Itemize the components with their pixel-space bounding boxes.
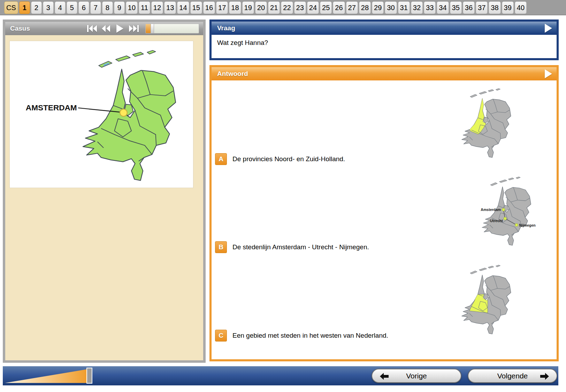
- tab-19[interactable]: 19: [242, 1, 254, 14]
- tab-9[interactable]: 9: [114, 1, 125, 14]
- option-c-map: [451, 262, 516, 336]
- rewind-icon[interactable]: [101, 24, 111, 33]
- answer-c-row[interactable]: C Een gebied met steden in het westen va…: [215, 330, 388, 342]
- previous-button-label: Vorige: [406, 372, 427, 380]
- progress-handle[interactable]: [86, 368, 92, 384]
- answer-a-row[interactable]: A De provincies Noord- en Zuid-Holland.: [215, 153, 345, 165]
- play-icon[interactable]: [115, 24, 125, 33]
- casus-map-card: AMSTERDAM: [9, 41, 193, 188]
- tab-6[interactable]: 6: [78, 1, 89, 14]
- answer-b-badge[interactable]: B: [215, 241, 227, 253]
- tab-34[interactable]: 34: [437, 1, 449, 14]
- tab-1[interactable]: 1: [19, 1, 30, 14]
- tab-3[interactable]: 3: [43, 1, 54, 14]
- tab-40[interactable]: 40: [515, 1, 527, 14]
- tab-16[interactable]: 16: [203, 1, 215, 14]
- vraag-header: Vraag: [212, 22, 557, 35]
- amsterdam-label: AMSTERDAM: [26, 103, 77, 112]
- application-window: CS12345678910111213141516171819202122232…: [0, 0, 566, 392]
- nijmegen-dot: [515, 224, 518, 226]
- tab-36[interactable]: 36: [463, 1, 475, 14]
- tab-bar: CS12345678910111213141516171819202122232…: [0, 0, 566, 15]
- answer-option-a: A De provincies Noord- en Zuid-Holland.: [212, 86, 557, 165]
- answer-option-c: C Een gebied met steden in het westen va…: [212, 262, 557, 342]
- answer-option-b: Amsterdam Utrecht Nijmegen B De stedenli…: [212, 174, 557, 253]
- amsterdam-dot: [120, 109, 127, 116]
- next-button[interactable]: Volgende: [468, 369, 557, 383]
- tab-10[interactable]: 10: [126, 1, 138, 14]
- amsterdam-dot: [502, 208, 505, 211]
- tab-20[interactable]: 20: [255, 1, 267, 14]
- utrecht-city-label: Utrecht: [490, 219, 503, 223]
- tab-28[interactable]: 28: [359, 1, 371, 14]
- tab-cs[interactable]: CS: [4, 1, 18, 14]
- tab-2[interactable]: 2: [31, 1, 42, 14]
- casus-header: Casus: [5, 22, 203, 35]
- option-a-map: [451, 86, 516, 159]
- tab-25[interactable]: 25: [320, 1, 332, 14]
- answer-c-text[interactable]: Een gebied met steden in het westen van …: [232, 332, 388, 339]
- antwoord-play-icon[interactable]: [544, 69, 552, 79]
- tab-8[interactable]: 8: [102, 1, 113, 14]
- vraag-panel: Vraag Wat zegt Hanna?: [209, 19, 559, 60]
- answer-a-badge[interactable]: A: [215, 153, 227, 165]
- tab-24[interactable]: 24: [307, 1, 319, 14]
- tab-38[interactable]: 38: [489, 1, 500, 14]
- seek-handle-icon[interactable]: [151, 24, 154, 33]
- vraag-play-icon[interactable]: [544, 23, 552, 33]
- bottom-navigation-bar: Vorige Volgende: [3, 366, 558, 385]
- arrow-left-icon: [380, 373, 389, 380]
- tab-18[interactable]: 18: [229, 1, 241, 14]
- skip-end-icon[interactable]: [129, 24, 139, 33]
- vraag-title: Vraag: [217, 24, 235, 32]
- answer-c-badge[interactable]: C: [215, 330, 227, 342]
- antwoord-body: A De provincies Noord- en Zuid-Holland. …: [212, 80, 557, 359]
- utrecht-dot: [504, 217, 506, 220]
- previous-button[interactable]: Vorige: [372, 369, 461, 383]
- tab-31[interactable]: 31: [398, 1, 410, 14]
- tab-5[interactable]: 5: [67, 1, 77, 14]
- next-button-label: Volgende: [497, 372, 528, 380]
- tab-29[interactable]: 29: [372, 1, 384, 14]
- tab-13[interactable]: 13: [164, 1, 176, 14]
- tab-11[interactable]: 11: [139, 1, 150, 14]
- tab-32[interactable]: 32: [411, 1, 423, 14]
- casus-title: Casus: [10, 25, 30, 32]
- tab-21[interactable]: 21: [268, 1, 280, 14]
- antwoord-title: Antwoord: [217, 70, 248, 78]
- tab-23[interactable]: 23: [294, 1, 306, 14]
- amsterdam-city-label: Amsterdam: [481, 207, 501, 212]
- antwoord-header: Antwoord: [212, 67, 557, 80]
- media-controls: [87, 24, 200, 33]
- tab-15[interactable]: 15: [190, 1, 202, 14]
- antwoord-panel: Antwoord A De provincies Noord- en Zu: [209, 65, 559, 361]
- question-text: Wat zegt Hanna?: [212, 35, 557, 51]
- casus-seek-bar[interactable]: [145, 24, 199, 33]
- tab-17[interactable]: 17: [216, 1, 228, 14]
- option-b-map: Amsterdam Utrecht Nijmegen: [457, 174, 536, 248]
- tab-4[interactable]: 4: [55, 1, 66, 14]
- tab-22[interactable]: 22: [281, 1, 293, 14]
- tab-26[interactable]: 26: [333, 1, 345, 14]
- tab-7[interactable]: 7: [90, 1, 101, 14]
- tab-27[interactable]: 27: [346, 1, 358, 14]
- casus-panel: Casus: [3, 19, 206, 363]
- arrow-right-icon: [540, 373, 549, 380]
- tab-37[interactable]: 37: [476, 1, 488, 14]
- answer-b-row[interactable]: B De stedenlijn Amsterdam - Utrecht - Ni…: [215, 241, 369, 253]
- answer-b-text[interactable]: De stedenlijn Amsterdam - Utrecht - Nijm…: [232, 243, 369, 251]
- tab-12[interactable]: 12: [151, 1, 163, 14]
- tab-14[interactable]: 14: [177, 1, 189, 14]
- tab-35[interactable]: 35: [450, 1, 462, 14]
- answer-a-text[interactable]: De provincies Noord- en Zuid-Holland.: [232, 155, 345, 163]
- skip-start-icon[interactable]: [87, 24, 97, 33]
- tab-39[interactable]: 39: [502, 1, 514, 14]
- tab-30[interactable]: 30: [385, 1, 397, 14]
- seek-played: [146, 24, 151, 33]
- tab-33[interactable]: 33: [424, 1, 436, 14]
- nijmegen-city-label: Nijmegen: [519, 223, 535, 227]
- progress-wedge: [5, 369, 89, 383]
- netherlands-map: AMSTERDAM: [18, 45, 185, 184]
